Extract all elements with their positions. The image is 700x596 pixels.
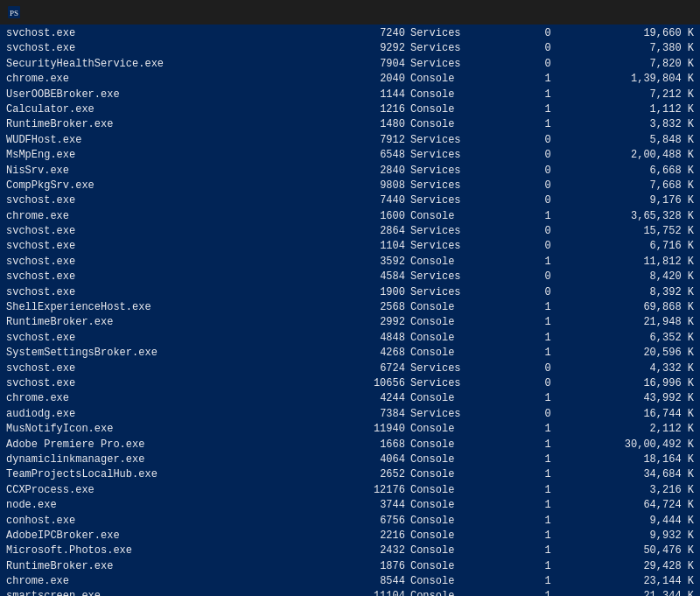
process-session-num: 0 bbox=[517, 57, 554, 72]
process-session: Services bbox=[408, 148, 517, 163]
process-session: Console bbox=[408, 102, 517, 117]
process-name: Calculator.exe bbox=[4, 102, 316, 117]
process-session-num: 1 bbox=[517, 331, 554, 346]
process-session: Console bbox=[408, 300, 517, 315]
process-pid: 1876 bbox=[316, 559, 408, 574]
process-session: Console bbox=[408, 467, 517, 482]
process-name: Microsoft.Photos.exe bbox=[4, 543, 316, 558]
process-memory: 64,724 K bbox=[554, 498, 696, 513]
process-memory: 7,820 K bbox=[554, 57, 696, 72]
process-memory: 3,65,328 K bbox=[554, 209, 696, 224]
process-session: Services bbox=[408, 376, 517, 391]
process-pid: 2864 bbox=[316, 224, 408, 239]
table-row: chrome.exe 8544 Console 1 23,144 K bbox=[4, 574, 696, 589]
process-session: Console bbox=[408, 255, 517, 270]
process-pid: 1668 bbox=[316, 438, 408, 452]
process-memory: 2,112 K bbox=[554, 422, 696, 437]
process-session-num: 1 bbox=[517, 346, 554, 361]
process-pid: 10656 bbox=[316, 376, 408, 391]
process-name: MsMpEng.exe bbox=[4, 148, 316, 163]
process-pid: 2992 bbox=[316, 315, 408, 330]
process-memory: 30,00,492 K bbox=[554, 438, 696, 452]
table-row: RuntimeBroker.exe 1480 Console 1 3,832 K bbox=[4, 117, 696, 132]
process-session: Console bbox=[408, 498, 517, 513]
process-session: Console bbox=[408, 529, 517, 543]
process-pid: 3592 bbox=[316, 255, 408, 270]
process-session: Services bbox=[408, 26, 517, 41]
table-row: svchost.exe 4584 Services 0 8,420 K bbox=[4, 270, 696, 284]
table-row: Calculator.exe 1216 Console 1 1,112 K bbox=[4, 102, 696, 117]
process-session-num: 1 bbox=[517, 574, 554, 589]
process-session: Console bbox=[408, 88, 517, 102]
process-memory: 21,948 K bbox=[554, 315, 696, 330]
process-pid: 11940 bbox=[316, 422, 408, 437]
process-memory: 6,352 K bbox=[554, 331, 696, 346]
minimize-button[interactable] bbox=[621, 4, 644, 21]
process-session: Console bbox=[408, 315, 517, 330]
process-session: Services bbox=[408, 407, 517, 422]
process-session-num: 1 bbox=[517, 117, 554, 132]
table-row: Adobe Premiere Pro.exe 1668 Console 1 30… bbox=[4, 438, 696, 452]
process-session-num: 1 bbox=[517, 391, 554, 406]
process-session-num: 0 bbox=[517, 270, 554, 284]
process-memory: 5,848 K bbox=[554, 133, 696, 148]
table-row: svchost.exe 4848 Console 1 6,352 K bbox=[4, 331, 696, 346]
process-name: MusNotifyIcon.exe bbox=[4, 422, 316, 437]
process-session: Console bbox=[408, 438, 517, 452]
process-session: Services bbox=[408, 193, 517, 208]
process-session-num: 0 bbox=[517, 148, 554, 163]
process-session: Console bbox=[408, 543, 517, 558]
table-row: RuntimeBroker.exe 1876 Console 1 29,428 … bbox=[4, 559, 696, 574]
process-memory: 34,684 K bbox=[554, 467, 696, 482]
table-row: smartscreen.exe 11104 Console 1 21,344 K bbox=[4, 589, 696, 596]
process-session: Console bbox=[408, 589, 517, 596]
process-pid: 4244 bbox=[316, 391, 408, 406]
table-row: MusNotifyIcon.exe 11940 Console 1 2,112 … bbox=[4, 422, 696, 437]
process-pid: 9808 bbox=[316, 179, 408, 193]
process-memory: 29,428 K bbox=[554, 559, 696, 574]
process-name: node.exe bbox=[4, 498, 316, 513]
process-session: Services bbox=[408, 133, 517, 148]
process-memory: 7,380 K bbox=[554, 41, 696, 56]
table-row: Microsoft.Photos.exe 2432 Console 1 50,4… bbox=[4, 543, 696, 558]
process-pid: 1900 bbox=[316, 285, 408, 300]
process-pid: 4848 bbox=[316, 331, 408, 346]
process-name: svchost.exe bbox=[4, 193, 316, 208]
process-session-num: 1 bbox=[517, 529, 554, 543]
process-session-num: 0 bbox=[517, 224, 554, 239]
process-name: svchost.exe bbox=[4, 376, 316, 391]
process-name: Adobe Premiere Pro.exe bbox=[4, 438, 316, 452]
process-pid: 7904 bbox=[316, 57, 408, 72]
process-name: svchost.exe bbox=[4, 361, 316, 376]
process-session-num: 0 bbox=[517, 133, 554, 148]
table-row: conhost.exe 6756 Console 1 9,444 K bbox=[4, 514, 696, 529]
table-row: svchost.exe 6724 Services 0 4,332 K bbox=[4, 361, 696, 376]
process-memory: 1,39,804 K bbox=[554, 72, 696, 87]
process-memory: 20,596 K bbox=[554, 346, 696, 361]
process-pid: 4584 bbox=[316, 270, 408, 284]
process-session: Console bbox=[408, 117, 517, 132]
table-row: SecurityHealthService.exe 7904 Services … bbox=[4, 57, 696, 72]
process-name: CCXProcess.exe bbox=[4, 483, 316, 498]
process-session: Services bbox=[408, 270, 517, 284]
process-memory: 6,668 K bbox=[554, 164, 696, 179]
table-row: CCXProcess.exe 12176 Console 1 3,216 K bbox=[4, 483, 696, 498]
process-session-num: 0 bbox=[517, 407, 554, 422]
process-name: TeamProjectsLocalHub.exe bbox=[4, 467, 316, 482]
process-pid: 8544 bbox=[316, 574, 408, 589]
close-button[interactable] bbox=[670, 4, 693, 21]
table-row: svchost.exe 9292 Services 0 7,380 K bbox=[4, 41, 696, 56]
process-pid: 1216 bbox=[316, 102, 408, 117]
maximize-button[interactable] bbox=[646, 4, 668, 21]
table-row: chrome.exe 2040 Console 1 1,39,804 K bbox=[4, 72, 696, 87]
table-row: svchost.exe 1104 Services 0 6,716 K bbox=[4, 239, 696, 254]
table-row: svchost.exe 2864 Services 0 15,752 K bbox=[4, 224, 696, 239]
process-memory: 8,420 K bbox=[554, 270, 696, 284]
process-name: smartscreen.exe bbox=[4, 589, 316, 596]
process-memory: 9,444 K bbox=[554, 514, 696, 529]
process-name: SecurityHealthService.exe bbox=[4, 57, 316, 72]
process-name: svchost.exe bbox=[4, 239, 316, 254]
process-pid: 12176 bbox=[316, 483, 408, 498]
process-session: Services bbox=[408, 179, 517, 193]
process-session-num: 0 bbox=[517, 179, 554, 193]
